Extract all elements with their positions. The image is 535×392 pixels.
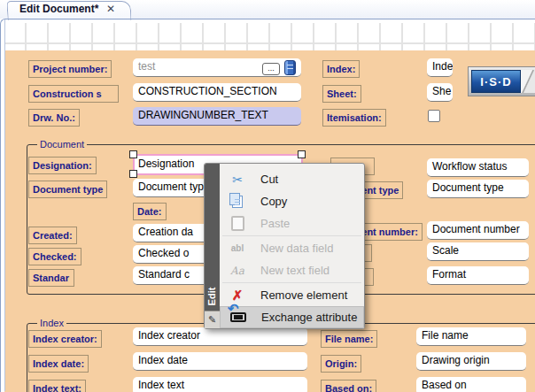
index-date-label: Index date: — [28, 355, 89, 373]
tab-close-icon[interactable]: ✕ — [106, 3, 115, 15]
menu-item-new-data-field[interactable]: abl New data field — [220, 237, 364, 259]
tab-bar: Edit Document* ✕ — [0, 0, 535, 19]
index-input[interactable]: Inde — [427, 58, 453, 77]
paste-icon — [231, 216, 244, 231]
document-group-title: Document — [37, 139, 87, 150]
drawing-number-input[interactable]: DRAWINGNUMBER_TEXT — [133, 107, 301, 126]
database-icon[interactable] — [284, 60, 296, 75]
standard-label: Standar — [28, 269, 74, 287]
exchange-attribute-icon: ↶ — [230, 312, 246, 322]
file-name-input[interactable]: File name — [416, 327, 526, 346]
tab-title: Edit Document* — [19, 3, 98, 15]
menu-item-remove-element[interactable]: ✗ Remove element — [220, 284, 364, 306]
itemisation-checkbox[interactable] — [428, 110, 440, 122]
index-creator-label: Index creator: — [28, 330, 102, 348]
menu-item-label: Remove element — [248, 288, 347, 302]
context-menu-list: ✂ Cut Copy Paste abl New data field Aa N… — [220, 164, 364, 328]
checked-label: Checked: — [28, 248, 81, 265]
menu-separator — [222, 235, 361, 236]
document-type-left-label: Document type — [28, 181, 107, 198]
menu-item-label: Paste — [248, 217, 290, 230]
index-creator-input[interactable]: Index creator — [133, 327, 307, 346]
browse-button[interactable]: ... — [262, 63, 280, 75]
index-group-title: Index — [37, 318, 66, 329]
data-field-icon: abl — [231, 243, 244, 253]
based-on-label: Based on: — [321, 380, 376, 392]
menu-item-label: New data field — [248, 242, 333, 255]
origin-input[interactable]: Drawing origin — [416, 352, 526, 371]
context-menu-strip-title: Edit — [206, 283, 217, 310]
menu-item-label: New text field — [248, 264, 330, 277]
text-field-icon: Aa — [230, 265, 244, 277]
sheet-input[interactable]: She — [427, 83, 453, 102]
origin-label: Origin: — [321, 355, 361, 373]
file-name-label: File name: — [321, 330, 377, 348]
menu-item-label: Exchange attribute — [249, 311, 357, 324]
index-text-label: Index text: — [28, 380, 86, 392]
panel-border — [1, 19, 5, 391]
scale-input[interactable]: Scale — [427, 242, 529, 261]
created-label: Created: — [28, 227, 77, 244]
itemisation-label: Itemisation: — [322, 109, 386, 127]
selection-handle-bottom-left[interactable] — [129, 170, 137, 178]
edit-document-window: Edit Document* ✕ Project number: test ..… — [0, 0, 535, 392]
based-on-input[interactable]: Based on — [416, 377, 526, 392]
blue-arrow-icon: ↶ — [228, 303, 239, 315]
workflow-status-input[interactable]: Workflow status — [427, 158, 529, 177]
menu-item-paste[interactable]: Paste — [220, 212, 364, 234]
date-label: Date: — [133, 203, 167, 220]
construction-section-input[interactable]: CONSTRUCTION_SECTION — [133, 83, 301, 102]
drawing-number-label: Drw. No.: — [28, 109, 80, 127]
designation-label: Designation: — [28, 157, 97, 174]
isd-logo-text: I·S·D — [471, 70, 521, 93]
copy-icon — [232, 196, 243, 208]
pencil-icon[interactable]: ✎ — [205, 311, 220, 328]
menu-separator — [222, 282, 361, 283]
construction-section-label: Construction s — [28, 85, 119, 103]
format-input[interactable]: Format — [427, 266, 529, 285]
menu-item-label: Copy — [248, 195, 287, 208]
menu-item-cut[interactable]: ✂ Cut — [220, 168, 364, 190]
document-number-input[interactable]: Document number — [427, 221, 529, 240]
scissors-icon: ✂ — [232, 173, 243, 187]
menu-item-copy[interactable]: Copy — [220, 190, 364, 212]
context-menu-strip: Edit ✎ — [205, 164, 220, 328]
selection-handle-top-left[interactable] — [129, 150, 137, 158]
design-grid — [4, 23, 535, 50]
sheet-label: Sheet: — [322, 85, 361, 103]
index-text-input[interactable]: Index text — [133, 377, 307, 392]
selection-handle-top-right[interactable] — [298, 150, 306, 158]
project-number-label: Project number: — [28, 60, 112, 78]
menu-item-label: Cut — [248, 173, 278, 186]
document-type-right-input[interactable]: Document type — [427, 180, 529, 198]
isd-logo: I·S·D — [468, 66, 535, 96]
context-menu: Edit ✎ ✂ Cut Copy Paste abl New data fie… — [204, 163, 365, 329]
isd-logo-decoration — [521, 70, 535, 93]
index-date-input[interactable]: Index date — [133, 352, 307, 371]
menu-item-exchange-attribute[interactable]: ↶ Exchange attribute — [220, 306, 364, 328]
index-label: Index: — [322, 60, 360, 78]
menu-item-new-text-field[interactable]: Aa New text field — [220, 259, 364, 281]
